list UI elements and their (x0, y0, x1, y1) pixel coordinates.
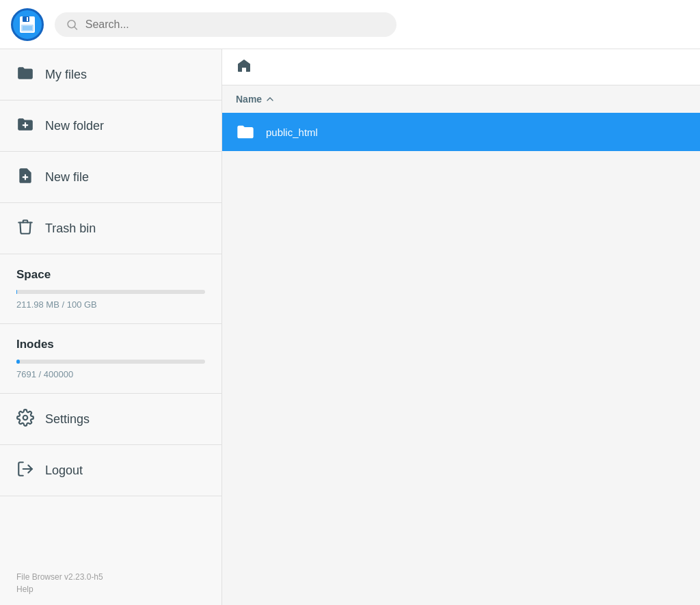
inodes-label: 7691 / 400000 (16, 369, 205, 379)
sidebar-item-new-file-label: New file (45, 170, 89, 185)
app-logo[interactable] (11, 8, 44, 41)
inodes-progress-fill (16, 360, 20, 364)
header (0, 0, 700, 49)
sidebar-item-logout[interactable]: Logout (0, 445, 221, 496)
folder-plus-icon (16, 116, 34, 136)
sidebar-item-new-folder-label: New folder (45, 119, 104, 133)
content-toolbar (222, 49, 700, 85)
content-area: Name public_html (222, 49, 700, 605)
sidebar-item-my-files[interactable]: My files (0, 49, 221, 100)
table-row[interactable]: public_html (222, 113, 700, 151)
space-stats: Space 211.98 MB / 100 GB (0, 254, 221, 324)
space-progress-bg (16, 290, 205, 294)
sidebar-footer: File Browser v2.23.0-h5 Help (0, 564, 221, 605)
svg-rect-1 (23, 16, 29, 22)
settings-icon (16, 409, 34, 429)
space-label: 211.98 MB / 100 GB (16, 299, 205, 310)
sidebar-item-settings-label: Settings (45, 412, 90, 427)
search-bar[interactable] (55, 12, 396, 37)
sidebar-item-settings[interactable]: Settings (0, 394, 221, 445)
svg-rect-4 (23, 26, 32, 30)
sidebar: My files New folder (0, 49, 222, 605)
logout-icon (16, 460, 34, 481)
inodes-stats: Inodes 7691 / 400000 (0, 324, 221, 394)
trash-icon (16, 218, 34, 239)
sort-asc-icon (265, 94, 275, 105)
folder-row-icon (236, 122, 255, 142)
app-version: File Browser v2.23.0-h5 (0, 564, 221, 584)
main-layout: My files New folder (0, 49, 700, 605)
file-name: public_html (266, 126, 318, 138)
search-icon (66, 18, 79, 31)
column-name[interactable]: Name (236, 94, 275, 105)
space-progress-fill (16, 290, 17, 294)
sidebar-item-my-files-label: My files (45, 68, 87, 82)
inodes-progress-bg (16, 360, 205, 364)
search-input[interactable] (85, 18, 386, 31)
column-name-label: Name (236, 94, 262, 105)
folder-icon (16, 64, 34, 85)
help-link[interactable]: Help (0, 584, 221, 605)
home-icon[interactable] (236, 57, 252, 77)
svg-line-6 (75, 27, 77, 29)
sidebar-item-logout-label: Logout (45, 463, 83, 478)
svg-rect-2 (27, 17, 28, 21)
sidebar-item-trash-bin[interactable]: Trash bin (0, 203, 221, 254)
sidebar-item-new-folder[interactable]: New folder (0, 100, 221, 152)
space-title: Space (16, 268, 205, 282)
inodes-title: Inodes (16, 338, 205, 351)
file-list-header: Name (222, 85, 700, 113)
sidebar-item-trash-bin-label: Trash bin (45, 221, 96, 236)
svg-point-11 (23, 416, 28, 420)
file-rows: public_html (222, 113, 700, 605)
sidebar-item-new-file[interactable]: New file (0, 152, 221, 203)
file-plus-icon (16, 167, 34, 187)
